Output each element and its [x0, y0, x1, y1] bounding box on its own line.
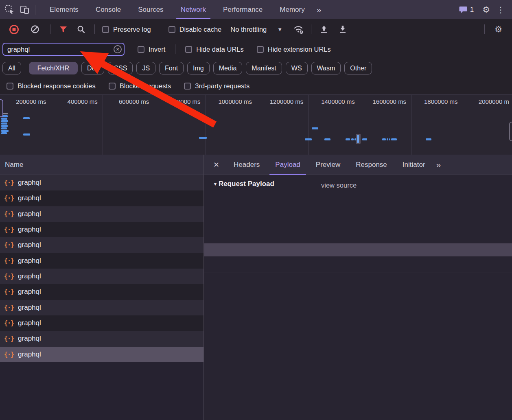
hide-data-urls-label: Hide data URLs	[196, 46, 243, 53]
overflow-tabs-icon[interactable]: »	[313, 0, 324, 19]
network-conditions-icon[interactable]	[293, 24, 304, 34]
request-row[interactable]: {·}graphql	[0, 175, 203, 190]
divider	[25, 63, 25, 73]
tab-console[interactable]: Console	[87, 0, 129, 19]
request-row[interactable]: {·}graphql	[0, 190, 203, 206]
chip-css[interactable]: CSS	[108, 62, 133, 74]
json-file-icon: {·}	[4, 179, 14, 186]
overflow-details-tabs-icon[interactable]: »	[433, 155, 444, 174]
details-tab-payload[interactable]: Payload	[267, 155, 308, 175]
request-name: graphql	[18, 288, 41, 296]
chip-manifest[interactable]: Manifest	[246, 62, 282, 74]
network-activity-mark	[346, 138, 350, 140]
filter-input[interactable]	[2, 43, 125, 56]
details-tab-headers[interactable]: Headers	[226, 155, 267, 175]
request-row[interactable]: {·}graphql	[0, 347, 203, 362]
main-tabbar-tabs: ElementsConsoleSourcesNetworkPerformance…	[41, 0, 324, 19]
3rd-party-requests-checkbox[interactable]: 3rd-party requests	[184, 82, 249, 90]
request-row[interactable]: {·}graphql	[0, 222, 203, 237]
throttling-select[interactable]: No throttling ▼	[230, 26, 282, 33]
timeline-right-handle[interactable]	[509, 122, 512, 141]
request-payload-section[interactable]: ▼ Request Payload	[213, 180, 274, 188]
close-details-icon[interactable]: ✕	[204, 160, 226, 169]
chip-js[interactable]: JS	[136, 62, 155, 74]
preserve-log-checkbox[interactable]: Preserve log	[102, 26, 151, 33]
network-activity-mark	[426, 138, 431, 140]
device-toolbar-icon[interactable]	[20, 5, 29, 14]
blocked-response-cookies-checkbox[interactable]: Blocked response cookies	[7, 82, 96, 90]
request-name: graphql	[18, 272, 41, 280]
details-tab-preview[interactable]: Preview	[308, 155, 348, 175]
chip-fetch-xhr[interactable]: Fetch/XHR	[29, 62, 78, 74]
record-network-log-button[interactable]	[9, 24, 19, 35]
json-file-icon: {·}	[4, 257, 14, 265]
payload-root-line[interactable]: ▼ {operationName: "ipFlowTimeseries", va…	[204, 217, 512, 230]
inspect-element-icon[interactable]	[5, 5, 14, 14]
payload-query-line-selected[interactable]: query: "query ipFlowTimeseries($accountT…	[204, 243, 512, 256]
request-row[interactable]: {·}graphql	[0, 331, 203, 346]
more-options-icon[interactable]: ⋮	[494, 5, 507, 15]
request-payload-title: Request Payload	[219, 180, 274, 188]
settings-gear-icon[interactable]: ⚙	[482, 5, 490, 15]
chip-other[interactable]: Other	[344, 62, 372, 74]
view-source-link[interactable]: view source	[321, 182, 357, 189]
request-row[interactable]: {·}graphql	[0, 206, 203, 222]
payload-variables-line[interactable]: ▶ variables: {accountTag: "b12e3b2192ee5…	[204, 256, 512, 269]
hide-data-urls-checkbox[interactable]: Hide data URLs	[185, 46, 243, 53]
network-activity-mark	[1, 125, 8, 127]
tab-performance[interactable]: Performance	[214, 0, 271, 19]
timeline-left-handle[interactable]	[0, 99, 3, 117]
request-row[interactable]: {·}graphql	[0, 300, 203, 315]
chip-img[interactable]: Img	[187, 62, 210, 74]
json-file-icon: {·}	[4, 226, 14, 233]
checkbox-box	[168, 26, 175, 33]
network-filter-row: ✕ Invert Hide data URLs Hide extension U…	[0, 39, 512, 59]
details-tab-initiator[interactable]: Initiator	[395, 155, 433, 175]
tab-memory[interactable]: Memory	[271, 0, 313, 19]
clear-network-log-icon[interactable]	[31, 25, 39, 34]
request-row[interactable]: {·}graphql	[0, 315, 203, 331]
devtools-window: ElementsConsoleSourcesNetworkPerformance…	[0, 0, 512, 420]
import-har-icon[interactable]	[319, 25, 328, 34]
chip-ws[interactable]: WS	[286, 62, 308, 74]
disable-cache-checkbox[interactable]: Disable cache	[168, 26, 222, 33]
checkbox-box	[185, 46, 192, 53]
issues-counter[interactable]: 1	[459, 6, 474, 14]
extra-filters-row: Blocked response cookiesBlocked requests…	[0, 77, 512, 94]
tab-elements[interactable]: Elements	[41, 0, 87, 19]
json-file-icon: {·}	[4, 195, 14, 202]
disable-cache-label: Disable cache	[179, 26, 222, 33]
invert-label: Invert	[149, 46, 165, 53]
details-tab-response[interactable]: Response	[348, 155, 395, 175]
request-row[interactable]: {·}graphql	[0, 253, 203, 269]
network-settings-gear-icon[interactable]: ⚙	[494, 24, 502, 34]
search-icon[interactable]	[77, 25, 85, 34]
export-har-icon[interactable]	[338, 25, 347, 34]
chevron-down-icon: ▼	[277, 26, 282, 33]
checkbox-box	[102, 26, 109, 33]
chip-media[interactable]: Media	[213, 62, 243, 74]
hide-extension-urls-checkbox[interactable]: Hide extension URLs	[257, 46, 331, 53]
network-activity-mark	[1, 122, 7, 125]
checkbox-box	[257, 46, 264, 53]
request-details-panel: ✕ HeadersPayloadPreviewResponseInitiator…	[204, 155, 512, 420]
filter-funnel-icon[interactable]	[59, 26, 67, 33]
request-row[interactable]: {·}graphql	[0, 237, 203, 253]
invert-checkbox[interactable]: Invert	[138, 46, 165, 53]
tab-network[interactable]: Network	[172, 0, 214, 19]
tab-sources[interactable]: Sources	[129, 0, 172, 19]
chip-wasm[interactable]: Wasm	[311, 62, 341, 74]
divider	[94, 24, 95, 34]
divider	[161, 24, 161, 34]
chip-doc[interactable]: Doc	[81, 62, 104, 74]
clear-filter-icon[interactable]: ✕	[114, 45, 122, 53]
payload-operation-line[interactable]: operationName: "ipFlowTimeseries"	[204, 230, 512, 243]
chip-all[interactable]: All	[2, 62, 21, 74]
name-column-header[interactable]: Name	[0, 155, 203, 175]
chip-font[interactable]: Font	[159, 62, 184, 74]
timeline-tick-label: 1400000 ms	[309, 95, 360, 155]
request-row[interactable]: {·}graphql	[0, 269, 203, 284]
network-overview-timeline[interactable]: 200000 ms400000 ms600000 ms800000 ms1000…	[0, 94, 512, 155]
request-row[interactable]: {·}graphql	[0, 284, 203, 300]
blocked-requests-checkbox[interactable]: Blocked requests	[109, 82, 171, 90]
